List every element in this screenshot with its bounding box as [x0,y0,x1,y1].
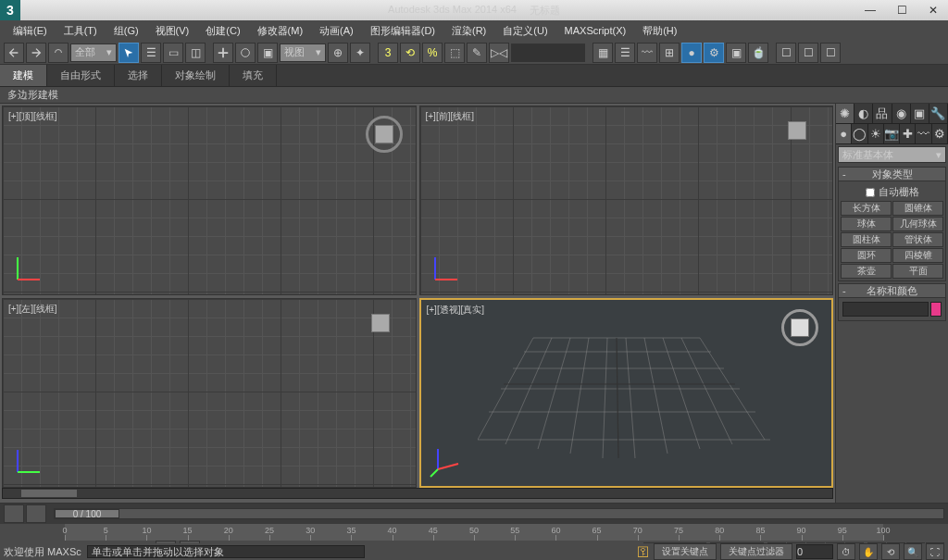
menu-animation[interactable]: 动画(A) [312,21,361,41]
schematic-view-button[interactable]: ⊞ [659,43,680,63]
keyfilter-button[interactable]: 关键点过滤器 [720,543,792,560]
curve-editor-button[interactable]: 〰 [637,43,657,63]
systems-subtab[interactable]: ⚙ [932,124,948,143]
viewport-left[interactable]: [+][左][线框] [2,298,417,488]
plane-button[interactable]: 平面 [892,264,943,279]
ribbon-subpanel[interactable]: 多边形建模 [0,87,948,104]
select-manipulate-button[interactable]: ✦ [350,43,370,63]
nav-zoom[interactable]: 🔍 [904,543,922,560]
align-button[interactable]: ▦ [592,43,613,63]
helpers-subtab[interactable]: ✚ [900,124,916,143]
shapes-subtab[interactable]: ◯ [852,124,867,143]
box-button[interactable]: 长方体 [841,201,892,216]
ribbon-tab-populate[interactable]: 填充 [230,65,277,86]
menu-maxscript[interactable]: MAXScript(X) [557,22,634,39]
modify-tab[interactable]: ◐ [854,104,873,123]
menu-help[interactable]: 帮助(H) [635,21,684,41]
use-pivot-button[interactable]: ⊕ [328,43,348,63]
undo-button[interactable] [4,43,24,63]
extra-2[interactable]: ☐ [798,43,818,63]
move-button[interactable] [213,43,233,63]
hierarchy-tab[interactable]: 品 [873,104,892,123]
mirror-button[interactable]: ▷◁ [489,43,509,63]
snap-toggle[interactable]: 3 [378,43,398,63]
torus-button[interactable]: 圆环 [841,248,892,263]
rect-select-button[interactable]: ▭ [163,43,183,63]
maximize-button[interactable]: ☐ [887,1,917,19]
cone-button[interactable]: 圆锥体 [892,201,943,216]
viewcube-icon[interactable] [366,308,403,345]
cameras-subtab[interactable]: 📷 [884,124,900,143]
render-button[interactable]: 🍵 [748,43,768,63]
time-ruler[interactable]: 0510152025303540455055606570758085909510… [65,524,883,541]
layers-button[interactable]: ☰ [615,43,635,63]
ribbon-tab-objectpaint[interactable]: 对象绘制 [162,65,230,86]
percent-snap[interactable]: % [422,43,443,63]
nav-max[interactable]: ⛶ [926,543,944,560]
selection-filter[interactable]: 全部▾ [70,44,117,62]
space-warps-subtab[interactable]: 〰 [916,124,931,143]
menu-views[interactable]: 视图(V) [148,21,197,41]
render-frame-button[interactable]: ▣ [726,43,746,63]
viewport-label[interactable]: [+][透视][真实] [427,304,485,317]
link-button[interactable] [48,43,69,63]
extra-1[interactable]: ☐ [776,43,796,63]
ref-coord-system[interactable]: 视图▾ [280,44,326,62]
menu-grapheditor[interactable]: 图形编辑器(D) [363,21,443,41]
menu-group[interactable]: 组(G) [106,21,146,41]
render-setup-button[interactable]: ⚙ [704,43,724,63]
create-tab[interactable]: ✺ [836,104,854,123]
setkey-button[interactable]: 设置关键点 [654,543,717,560]
pyramid-button[interactable]: 四棱锥 [892,248,943,263]
namecolor-rollout-header[interactable]: -名称和颜色 [838,283,946,298]
cylinder-button[interactable]: 圆柱体 [841,232,892,247]
objtype-rollout-header[interactable]: -对象类型 [838,167,946,181]
viewport-perspective[interactable]: [+][透视][真实] [419,298,834,488]
viewcube-icon[interactable] [782,116,819,153]
menu-edit[interactable]: 编辑(E) [6,21,55,41]
window-crossing-button[interactable]: ◫ [185,43,206,63]
key-icon[interactable]: ⚿ [637,544,650,559]
menu-create[interactable]: 创建(C) [198,21,247,41]
select-name-button[interactable]: ☰ [141,43,161,63]
lights-subtab[interactable]: ☀ [868,124,884,143]
close-button[interactable]: ✕ [918,1,948,19]
time-config-button[interactable]: ⏱ [837,543,855,560]
scale-button[interactable]: ▣ [257,43,278,63]
app-logo[interactable]: 3 [0,0,20,20]
menu-customize[interactable]: 自定义(U) [495,21,555,41]
ribbon-tab-selection[interactable]: 选择 [115,65,162,86]
menu-tools[interactable]: 工具(T) [56,21,105,41]
menu-modifiers[interactable]: 修改器(M) [250,21,311,41]
spinner-snap[interactable]: ⬚ [444,43,465,63]
timeline-icon-2[interactable] [26,504,46,523]
material-editor-button[interactable]: ● [681,43,702,63]
ribbon-tab-modeling[interactable]: 建模 [0,65,47,86]
timeline-icon-1[interactable] [4,504,24,523]
viewport-front[interactable]: [+][前][线框] [419,106,834,295]
viewport-top[interactable]: [+][顶][线框] [2,106,417,295]
redo-button[interactable] [26,43,46,63]
named-sets[interactable]: ✎ [467,43,487,63]
geometry-subtab[interactable]: ● [836,124,852,143]
named-selection-dropdown[interactable] [511,44,585,62]
object-color-swatch[interactable] [930,302,942,317]
minimize-button[interactable]: — [855,1,885,19]
current-frame-input[interactable] [796,544,833,559]
viewcube-icon[interactable] [781,309,818,346]
viewport-hscroll[interactable] [2,488,833,499]
ribbon-tab-freeform[interactable]: 自由形式 [47,65,115,86]
angle-snap[interactable]: ⟲ [400,43,420,63]
tube-button[interactable]: 管状体 [892,232,943,247]
extra-3[interactable]: ☐ [820,43,841,63]
viewport-label[interactable]: [+][左][线框] [8,303,57,316]
nav-orbit[interactable]: ⟲ [881,543,900,560]
utilities-tab[interactable]: 🔧 [929,104,948,123]
time-slider[interactable]: 0 / 100 [54,508,944,519]
display-tab[interactable]: ▣ [911,104,929,123]
autogrid-checkbox[interactable]: 自动栅格 [841,183,943,201]
viewcube-icon[interactable] [366,116,403,153]
nav-pan[interactable]: ✋ [859,543,878,560]
object-name-input[interactable] [842,302,929,317]
menu-render[interactable]: 渲染(R) [444,21,493,41]
